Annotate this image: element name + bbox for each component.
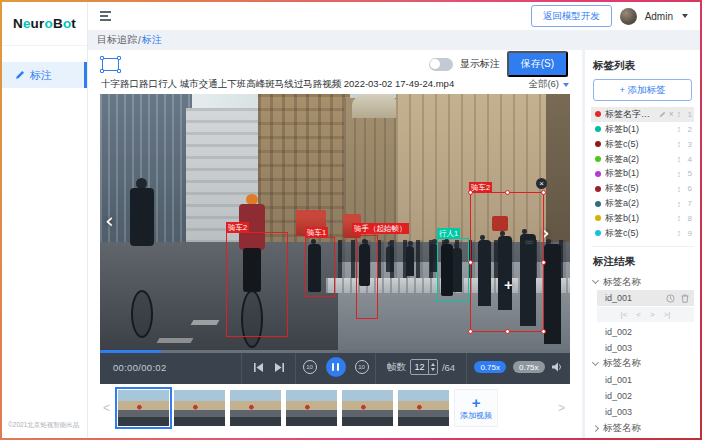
bbox-label[interactable]: 骑手（起始帧） <box>352 223 409 234</box>
tag-color-dot <box>595 156 601 162</box>
progress-fill <box>100 350 161 353</box>
resize-handle[interactable] <box>541 329 546 334</box>
resize-handle[interactable] <box>541 260 546 265</box>
username[interactable]: Admin <box>645 11 673 22</box>
speed-pill-active[interactable]: 0.75x <box>474 361 506 373</box>
frame-stepper[interactable] <box>428 360 437 374</box>
video-frame[interactable]: ‹ › 骑车2 骑车1 骑手（起始帧） 行人1 <box>100 94 570 350</box>
tag-name: 标签c(5) <box>605 182 677 195</box>
add-video-button[interactable]: + 添加视频 <box>454 389 498 427</box>
sort-icon[interactable]: ↕ <box>677 124 681 134</box>
forward-10-icon[interactable]: 10 <box>355 360 369 374</box>
bbox-bike2[interactable] <box>226 232 288 337</box>
next-frame-icon[interactable] <box>275 363 285 372</box>
resize-handle[interactable] <box>505 190 510 195</box>
result-item[interactable]: id_003 <box>591 404 694 420</box>
result-item[interactable]: id_002 <box>591 388 694 404</box>
sort-icon[interactable]: ↕ <box>677 184 681 194</box>
back-to-model-dev-button[interactable]: 返回模型开发 <box>531 5 612 27</box>
delete-icon[interactable]: × <box>669 109 674 119</box>
result-item-label: id_002 <box>605 327 632 337</box>
video-thumbnail[interactable] <box>398 390 449 426</box>
result-group-header[interactable]: 标签名称 <box>591 421 694 436</box>
result-item[interactable]: id_003 <box>591 340 694 356</box>
video-thumbnail[interactable] <box>342 390 393 426</box>
bbox-bike2-selected[interactable] <box>470 192 544 332</box>
user-menu-caret-icon[interactable] <box>682 14 688 18</box>
tag-row[interactable]: 标签c(5) ↕ 6 <box>591 181 694 196</box>
tag-row[interactable]: 标签a(2) ↕ 4 <box>591 152 694 167</box>
tag-row[interactable]: 标签c(5) ↕ 9 <box>591 226 694 241</box>
resize-handle[interactable] <box>468 260 473 265</box>
resize-handle[interactable] <box>541 190 546 195</box>
tag-order: 3 <box>683 140 692 149</box>
pagination-next-icon[interactable]: > <box>650 310 655 319</box>
result-item[interactable]: id_001 <box>591 372 694 388</box>
volume-icon[interactable] <box>552 362 563 372</box>
result-item[interactable]: id_002 <box>591 324 694 340</box>
sort-icon[interactable]: ↕ <box>677 228 681 238</box>
video-thumbnail[interactable] <box>118 390 169 426</box>
tag-row[interactable]: 标签b(1) ↕ 8 <box>591 211 694 226</box>
tag-row[interactable]: 标签a(2) ↕ 7 <box>591 196 694 211</box>
resize-handle[interactable] <box>505 329 510 334</box>
bbox-tool-icon[interactable] <box>102 58 119 71</box>
save-button[interactable]: 保存(S) <box>507 51 568 77</box>
delete-box-icon[interactable]: × <box>536 178 547 189</box>
sort-icon[interactable]: ↕ <box>677 213 681 223</box>
pagination-first-icon[interactable]: |< <box>621 310 628 319</box>
tag-order: 2 <box>683 125 692 134</box>
frame-number-value[interactable]: 12 <box>411 362 428 372</box>
video-thumbnail[interactable] <box>286 390 337 426</box>
pause-button[interactable] <box>326 357 346 377</box>
frame-number-input[interactable]: 12 <box>410 359 438 375</box>
sidebar-item-annotate[interactable]: 标注 <box>2 62 87 88</box>
filmstrip-next-icon[interactable]: > <box>555 401 568 415</box>
result-group-header[interactable]: 标签名称 <box>591 275 694 290</box>
add-tag-button[interactable]: + 添加标签 <box>593 79 692 101</box>
pagination-last-icon[interactable]: >| <box>664 310 671 319</box>
sort-icon[interactable]: ↕ <box>677 199 681 209</box>
sort-icon[interactable]: ↕ <box>677 154 681 164</box>
result-group-header[interactable]: 标签名称 <box>591 356 694 371</box>
breadcrumb-parent[interactable]: 目标追踪 <box>97 33 137 47</box>
collapse-menu-icon[interactable] <box>100 11 111 21</box>
bbox-rider-start[interactable] <box>356 235 378 319</box>
edit-icon[interactable] <box>659 111 666 118</box>
speed-pill-secondary[interactable]: 0.75x <box>513 361 545 373</box>
prev-video-chevron-icon[interactable]: ‹ <box>105 210 114 232</box>
progress-bar[interactable] <box>100 350 570 353</box>
result-item[interactable]: id_001 <box>597 290 694 306</box>
resize-handle[interactable] <box>468 190 473 195</box>
video-thumbnail[interactable] <box>230 390 281 426</box>
filmstrip-prev-icon[interactable]: < <box>100 401 113 415</box>
tag-row[interactable]: 标签b(1) ↕ 2 <box>591 122 694 137</box>
bbox-pedestrian1[interactable] <box>437 238 469 302</box>
pencil-icon <box>15 70 25 80</box>
resize-handle[interactable] <box>468 329 473 334</box>
bbox-bike1[interactable] <box>305 237 335 297</box>
filter-label: 全部(6) <box>528 78 559 91</box>
video-thumbnail[interactable] <box>174 390 225 426</box>
sort-icon[interactable]: ↕ <box>677 139 681 149</box>
sort-icon[interactable]: ↕ <box>677 169 681 179</box>
trash-icon[interactable] <box>681 294 689 303</box>
pagination-prev-icon[interactable]: < <box>636 310 641 319</box>
result-item-label: id_001 <box>605 375 632 385</box>
prev-frame-icon[interactable] <box>253 363 263 372</box>
filter-dropdown[interactable]: 全部(6) <box>528 78 569 91</box>
tag-row[interactable]: 标签名字最长数... × ↕ 1 <box>591 107 694 122</box>
tag-order: 4 <box>683 155 692 164</box>
tag-row[interactable]: 标签b(1) ↕ 5 <box>591 166 694 181</box>
tag-color-dot <box>595 230 601 236</box>
result-item-label: id_002 <box>605 391 632 401</box>
rewind-10-icon[interactable]: 10 <box>303 360 317 374</box>
time-display: 00:00/00:02 <box>100 350 241 384</box>
copyright-text: ©2021北京矩视智能出品 <box>2 415 87 438</box>
tag-name: 标签c(5) <box>605 227 677 240</box>
avatar[interactable] <box>620 8 637 25</box>
show-annotation-toggle[interactable] <box>429 58 453 71</box>
sort-icon[interactable]: ↕ <box>677 109 681 119</box>
tag-row[interactable]: 标签c(5) ↕ 3 <box>591 137 694 152</box>
history-icon[interactable] <box>666 294 675 303</box>
